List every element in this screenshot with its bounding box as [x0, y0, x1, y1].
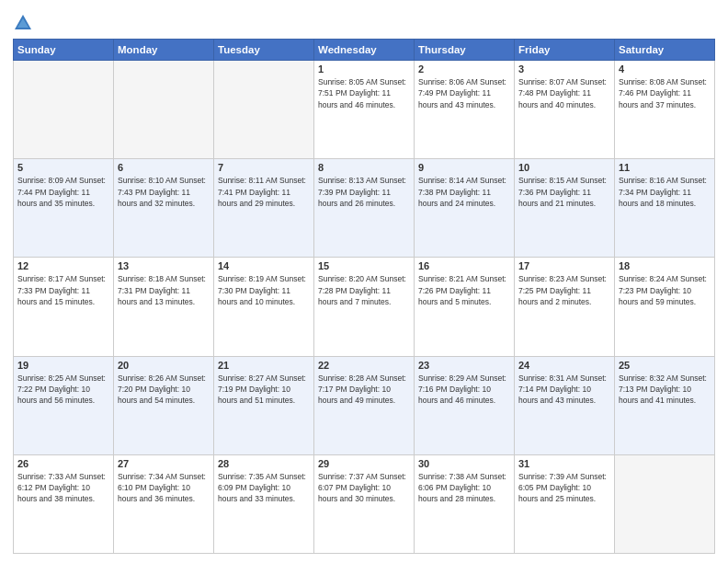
day-info: Sunrise: 8:08 AM Sunset: 7:46 PM Dayligh… [619, 76, 711, 110]
calendar-cell: 15Sunrise: 8:20 AM Sunset: 7:28 PM Dayli… [314, 258, 415, 356]
day-number: 4 [619, 63, 711, 75]
calendar-cell: 12Sunrise: 8:17 AM Sunset: 7:33 PM Dayli… [14, 258, 114, 356]
day-number: 9 [418, 162, 510, 173]
calendar-cell: 9Sunrise: 8:14 AM Sunset: 7:38 PM Daylig… [415, 159, 515, 258]
day-info: Sunrise: 8:06 AM Sunset: 7:49 PM Dayligh… [418, 76, 510, 110]
day-number: 15 [318, 260, 410, 271]
day-info: Sunrise: 7:37 AM Sunset: 6:07 PM Dayligh… [318, 471, 410, 505]
logo [13, 13, 37, 33]
day-info: Sunrise: 8:19 AM Sunset: 7:30 PM Dayligh… [218, 273, 310, 307]
calendar-cell: 5Sunrise: 8:09 AM Sunset: 7:44 PM Daylig… [14, 159, 114, 258]
day-number: 30 [418, 458, 510, 469]
calendar-header-thursday: Thursday [415, 40, 515, 61]
calendar-cell [14, 61, 114, 159]
day-info: Sunrise: 7:35 AM Sunset: 6:09 PM Dayligh… [218, 471, 310, 505]
calendar-cell: 11Sunrise: 8:16 AM Sunset: 7:34 PM Dayli… [615, 159, 715, 258]
day-info: Sunrise: 8:31 AM Sunset: 7:14 PM Dayligh… [518, 373, 610, 407]
day-info: Sunrise: 7:38 AM Sunset: 6:06 PM Dayligh… [418, 471, 510, 505]
day-number: 26 [17, 458, 109, 469]
calendar-cell [615, 454, 715, 553]
day-number: 7 [218, 162, 310, 173]
calendar-cell [214, 61, 314, 159]
day-info: Sunrise: 8:07 AM Sunset: 7:48 PM Dayligh… [518, 76, 610, 110]
day-info: Sunrise: 8:24 AM Sunset: 7:23 PM Dayligh… [619, 273, 711, 307]
day-info: Sunrise: 8:16 AM Sunset: 7:34 PM Dayligh… [619, 175, 711, 209]
day-number: 18 [619, 260, 711, 271]
calendar-cell: 6Sunrise: 8:10 AM Sunset: 7:43 PM Daylig… [114, 159, 214, 258]
calendar-week-row: 12Sunrise: 8:17 AM Sunset: 7:33 PM Dayli… [14, 258, 715, 356]
calendar-cell: 24Sunrise: 8:31 AM Sunset: 7:14 PM Dayli… [515, 356, 615, 454]
day-info: Sunrise: 8:09 AM Sunset: 7:44 PM Dayligh… [17, 175, 109, 209]
calendar-cell: 8Sunrise: 8:13 AM Sunset: 7:39 PM Daylig… [314, 159, 415, 258]
calendar-cell: 13Sunrise: 8:18 AM Sunset: 7:31 PM Dayli… [114, 258, 214, 356]
day-info: Sunrise: 8:23 AM Sunset: 7:25 PM Dayligh… [518, 273, 610, 307]
calendar-cell: 26Sunrise: 7:33 AM Sunset: 6:12 PM Dayli… [14, 454, 114, 553]
day-number: 13 [118, 260, 210, 271]
calendar-cell: 28Sunrise: 7:35 AM Sunset: 6:09 PM Dayli… [214, 454, 314, 553]
calendar-cell: 31Sunrise: 7:39 AM Sunset: 6:05 PM Dayli… [515, 454, 615, 553]
day-number: 16 [418, 260, 510, 271]
calendar-cell: 2Sunrise: 8:06 AM Sunset: 7:49 PM Daylig… [415, 61, 515, 159]
day-info: Sunrise: 7:39 AM Sunset: 6:05 PM Dayligh… [518, 471, 610, 505]
calendar-cell: 17Sunrise: 8:23 AM Sunset: 7:25 PM Dayli… [515, 258, 615, 356]
calendar-cell: 10Sunrise: 8:15 AM Sunset: 7:36 PM Dayli… [515, 159, 615, 258]
calendar-header-saturday: Saturday [615, 40, 715, 61]
logo-icon [13, 13, 33, 33]
day-info: Sunrise: 8:14 AM Sunset: 7:38 PM Dayligh… [418, 175, 510, 209]
day-info: Sunrise: 8:05 AM Sunset: 7:51 PM Dayligh… [318, 76, 410, 110]
day-number: 12 [17, 260, 109, 271]
day-info: Sunrise: 8:32 AM Sunset: 7:13 PM Dayligh… [619, 373, 711, 407]
day-info: Sunrise: 8:11 AM Sunset: 7:41 PM Dayligh… [218, 175, 310, 209]
page: SundayMondayTuesdayWednesdayThursdayFrid… [0, 0, 728, 563]
day-number: 19 [17, 360, 109, 371]
calendar-header-friday: Friday [515, 40, 615, 61]
day-number: 23 [418, 360, 510, 371]
calendar-cell [114, 61, 214, 159]
day-info: Sunrise: 8:15 AM Sunset: 7:36 PM Dayligh… [518, 175, 610, 209]
calendar-cell: 30Sunrise: 7:38 AM Sunset: 6:06 PM Dayli… [415, 454, 515, 553]
calendar-cell: 21Sunrise: 8:27 AM Sunset: 7:19 PM Dayli… [214, 356, 314, 454]
day-number: 3 [518, 63, 610, 75]
day-number: 21 [218, 360, 310, 371]
day-number: 11 [619, 162, 711, 173]
calendar-week-row: 19Sunrise: 8:25 AM Sunset: 7:22 PM Dayli… [14, 356, 715, 454]
day-info: Sunrise: 8:10 AM Sunset: 7:43 PM Dayligh… [118, 175, 210, 209]
calendar-cell: 4Sunrise: 8:08 AM Sunset: 7:46 PM Daylig… [615, 61, 715, 159]
day-info: Sunrise: 8:29 AM Sunset: 7:16 PM Dayligh… [418, 373, 510, 407]
day-number: 2 [418, 63, 510, 75]
day-info: Sunrise: 8:21 AM Sunset: 7:26 PM Dayligh… [418, 273, 510, 307]
calendar-cell: 3Sunrise: 8:07 AM Sunset: 7:48 PM Daylig… [515, 61, 615, 159]
day-info: Sunrise: 8:17 AM Sunset: 7:33 PM Dayligh… [17, 273, 109, 307]
calendar-cell: 18Sunrise: 8:24 AM Sunset: 7:23 PM Dayli… [615, 258, 715, 356]
day-info: Sunrise: 8:13 AM Sunset: 7:39 PM Dayligh… [318, 175, 410, 209]
calendar-cell: 14Sunrise: 8:19 AM Sunset: 7:30 PM Dayli… [214, 258, 314, 356]
calendar-cell: 27Sunrise: 7:34 AM Sunset: 6:10 PM Dayli… [114, 454, 214, 553]
calendar-cell: 1Sunrise: 8:05 AM Sunset: 7:51 PM Daylig… [314, 61, 415, 159]
calendar-cell: 25Sunrise: 8:32 AM Sunset: 7:13 PM Dayli… [615, 356, 715, 454]
calendar-cell: 20Sunrise: 8:26 AM Sunset: 7:20 PM Dayli… [114, 356, 214, 454]
calendar-header-tuesday: Tuesday [214, 40, 314, 61]
day-number: 8 [318, 162, 410, 173]
day-info: Sunrise: 8:20 AM Sunset: 7:28 PM Dayligh… [318, 273, 410, 307]
calendar-header-wednesday: Wednesday [314, 40, 415, 61]
day-number: 27 [118, 458, 210, 469]
day-info: Sunrise: 7:33 AM Sunset: 6:12 PM Dayligh… [17, 471, 109, 505]
day-number: 25 [619, 360, 711, 371]
day-number: 31 [518, 458, 610, 469]
calendar-week-row: 26Sunrise: 7:33 AM Sunset: 6:12 PM Dayli… [14, 454, 715, 553]
day-info: Sunrise: 7:34 AM Sunset: 6:10 PM Dayligh… [118, 471, 210, 505]
calendar-week-row: 1Sunrise: 8:05 AM Sunset: 7:51 PM Daylig… [14, 61, 715, 159]
calendar-cell: 22Sunrise: 8:28 AM Sunset: 7:17 PM Dayli… [314, 356, 415, 454]
day-number: 28 [218, 458, 310, 469]
day-number: 1 [318, 63, 410, 75]
calendar-header-row: SundayMondayTuesdayWednesdayThursdayFrid… [14, 40, 715, 61]
day-info: Sunrise: 8:28 AM Sunset: 7:17 PM Dayligh… [318, 373, 410, 407]
calendar-cell: 23Sunrise: 8:29 AM Sunset: 7:16 PM Dayli… [415, 356, 515, 454]
day-info: Sunrise: 8:25 AM Sunset: 7:22 PM Dayligh… [17, 373, 109, 407]
calendar-table: SundayMondayTuesdayWednesdayThursdayFrid… [13, 39, 715, 554]
header [13, 9, 715, 33]
calendar-header-monday: Monday [114, 40, 214, 61]
day-number: 20 [118, 360, 210, 371]
calendar-cell: 29Sunrise: 7:37 AM Sunset: 6:07 PM Dayli… [314, 454, 415, 553]
day-number: 6 [118, 162, 210, 173]
